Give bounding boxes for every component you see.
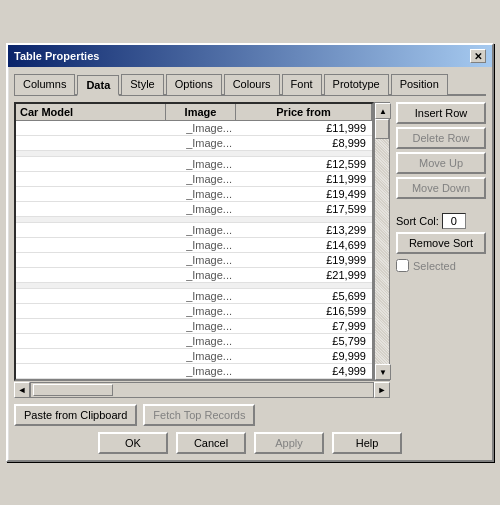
cell-car-model — [16, 238, 166, 252]
cell-image: _Image... — [166, 121, 236, 135]
tab-bar: Columns Data Style Options Colours Font … — [14, 73, 486, 96]
scroll-up-button[interactable]: ▲ — [375, 103, 391, 119]
cell-image: _Image... — [166, 304, 236, 318]
sort-col-row: Sort Col: — [396, 213, 486, 229]
table-row[interactable]: _Image...£19,499 — [16, 187, 372, 202]
cell-car-model — [16, 172, 166, 186]
cell-car-model — [16, 202, 166, 216]
table-row[interactable]: _Image...£4,999 — [16, 364, 372, 379]
table-properties-window: Table Properties ✕ Columns Data Style Op… — [6, 43, 494, 462]
paste-from-clipboard-button[interactable]: Paste from Clipboard — [14, 404, 137, 426]
apply-button[interactable]: Apply — [254, 432, 324, 454]
tab-style[interactable]: Style — [121, 74, 163, 95]
cell-price: £16,599 — [236, 304, 372, 318]
cell-image: _Image... — [166, 157, 236, 171]
cell-car-model — [16, 334, 166, 348]
cell-price: £14,699 — [236, 238, 372, 252]
hscroll-thumb[interactable] — [33, 384, 113, 396]
table-row[interactable]: _Image...£16,599 — [16, 304, 372, 319]
cell-image: _Image... — [166, 334, 236, 348]
data-table: Car Model Image Price from _Image...£11,… — [14, 102, 374, 381]
cancel-button[interactable]: Cancel — [176, 432, 246, 454]
cell-car-model — [16, 319, 166, 333]
close-button[interactable]: ✕ — [470, 49, 486, 63]
tab-colours[interactable]: Colours — [224, 74, 280, 95]
table-row[interactable]: _Image...£5,799 — [16, 334, 372, 349]
table-row[interactable]: _Image...£21,999 — [16, 268, 372, 283]
title-bar: Table Properties ✕ — [8, 45, 492, 67]
table-scroll-area[interactable]: _Image...£11,999_Image...£8,999_Image...… — [16, 121, 372, 379]
remove-sort-button[interactable]: Remove Sort — [396, 232, 486, 254]
scroll-down-button[interactable]: ▼ — [375, 364, 391, 380]
tab-columns[interactable]: Columns — [14, 74, 75, 95]
cell-price: £17,599 — [236, 202, 372, 216]
cell-image: _Image... — [166, 136, 236, 150]
selected-row: Selected — [396, 259, 486, 272]
col-header-car-model: Car Model — [16, 104, 166, 120]
cell-price: £4,999 — [236, 364, 372, 378]
cell-image: _Image... — [166, 253, 236, 267]
table-row[interactable]: _Image...£12,599 — [16, 157, 372, 172]
move-down-button[interactable]: Move Down — [396, 177, 486, 199]
cell-price: £11,999 — [236, 121, 372, 135]
col-header-price: Price from — [236, 104, 372, 120]
table-row[interactable]: _Image...£13,299 — [16, 223, 372, 238]
cell-price: £12,599 — [236, 157, 372, 171]
cell-image: _Image... — [166, 289, 236, 303]
tab-font[interactable]: Font — [282, 74, 322, 95]
tab-options[interactable]: Options — [166, 74, 222, 95]
cell-image: _Image... — [166, 187, 236, 201]
cell-price: £19,999 — [236, 253, 372, 267]
scroll-right-button[interactable]: ► — [374, 382, 390, 398]
table-row[interactable]: _Image...£9,999 — [16, 349, 372, 364]
sort-col-input[interactable] — [442, 213, 466, 229]
delete-row-button[interactable]: Delete Row — [396, 127, 486, 149]
selected-checkbox[interactable] — [396, 259, 409, 272]
cell-car-model — [16, 187, 166, 201]
table-row[interactable]: _Image...£19,999 — [16, 253, 372, 268]
table-header: Car Model Image Price from — [16, 104, 372, 121]
cell-price: £9,999 — [236, 349, 372, 363]
table-row[interactable]: _Image...£8,999 — [16, 136, 372, 151]
table-row[interactable]: _Image...£11,999 — [16, 121, 372, 136]
table-row[interactable]: _Image...£17,599 — [16, 202, 372, 217]
cell-car-model — [16, 157, 166, 171]
tab-prototype[interactable]: Prototype — [324, 74, 389, 95]
cell-car-model — [16, 136, 166, 150]
selected-label: Selected — [413, 260, 456, 272]
table-row[interactable]: _Image...£11,999 — [16, 172, 372, 187]
col-header-image: Image — [166, 104, 236, 120]
vertical-scrollbar[interactable]: ▲ ▼ — [374, 102, 390, 381]
cell-car-model — [16, 268, 166, 282]
cell-image: _Image... — [166, 319, 236, 333]
table-row[interactable]: _Image...£5,699 — [16, 289, 372, 304]
scroll-track — [375, 119, 389, 364]
tab-position[interactable]: Position — [391, 74, 448, 95]
cell-price: £5,799 — [236, 334, 372, 348]
action-panel: Insert Row Delete Row Move Up Move Down … — [396, 102, 486, 398]
table-row[interactable]: _Image...£14,699 — [16, 238, 372, 253]
move-up-button[interactable]: Move Up — [396, 152, 486, 174]
tab-data[interactable]: Data — [77, 75, 119, 96]
scroll-left-button[interactable]: ◄ — [14, 382, 30, 398]
cell-price: £8,999 — [236, 136, 372, 150]
fetch-top-records-button[interactable]: Fetch Top Records — [143, 404, 255, 426]
ok-button[interactable]: OK — [98, 432, 168, 454]
scroll-thumb[interactable] — [375, 119, 389, 139]
cell-car-model — [16, 349, 166, 363]
cell-image: _Image... — [166, 349, 236, 363]
insert-row-button[interactable]: Insert Row — [396, 102, 486, 124]
hscroll-track — [30, 382, 374, 398]
cell-car-model — [16, 223, 166, 237]
sort-col-label: Sort Col: — [396, 215, 439, 227]
window-title: Table Properties — [14, 50, 99, 62]
cell-car-model — [16, 121, 166, 135]
help-button[interactable]: Help — [332, 432, 402, 454]
cell-image: _Image... — [166, 172, 236, 186]
cell-price: £11,999 — [236, 172, 372, 186]
horizontal-scrollbar[interactable]: ◄ ► — [14, 382, 390, 398]
cell-price: £21,999 — [236, 268, 372, 282]
cell-price: £13,299 — [236, 223, 372, 237]
cell-car-model — [16, 289, 166, 303]
table-row[interactable]: _Image...£7,999 — [16, 319, 372, 334]
